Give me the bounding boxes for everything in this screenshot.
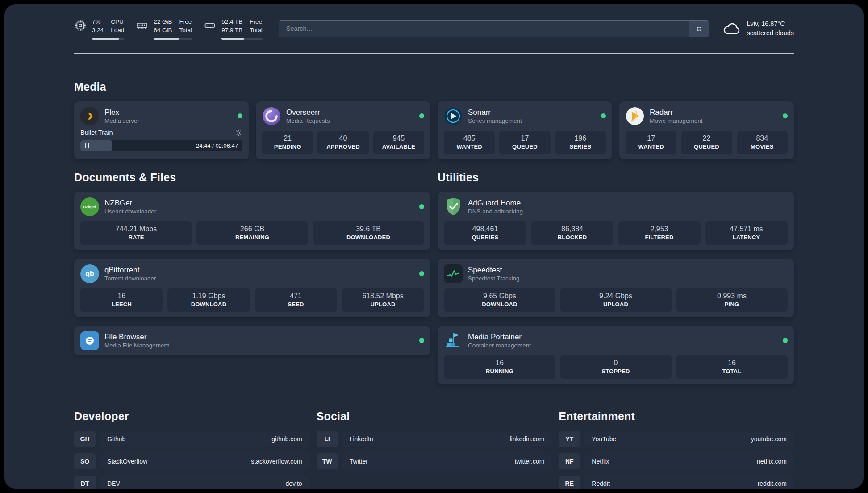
bookmark-url: linkedin.com [510,435,545,443]
bookmark-abbr[interactable]: GH [74,431,96,447]
sonarr-card[interactable]: Sonarr Series management 485 WANTED 17 Q… [438,101,612,159]
stat-label: UPLOAD [562,301,670,308]
bookmark-link[interactable]: Twitter twitter.com [342,453,552,469]
bookmark-linkedin[interactable]: LI LinkedIn linkedin.com [317,431,552,447]
stat-label: QUERIES [446,234,525,241]
playback-time: 24:44 / 02:06:47 [196,142,238,149]
bookmark-reddit[interactable]: RE Reddit reddit.com [559,476,794,489]
bookmark-link[interactable]: Github github.com [100,431,309,447]
stat-tile-download: 1.19 Gbps DOWNLOAD [167,288,250,312]
bookmark-name: YouTube [592,435,616,443]
bookmark-link[interactable]: LinkedIn linkedin.com [342,431,552,447]
nzbget-card[interactable]: nzbget NZBGet Usenet downloader 744.21 M… [74,192,430,250]
portainer-card[interactable]: Media Portainer Container management 16 … [438,326,794,384]
stat-tile-total: 16 TOTAL [676,355,788,379]
stat-value: 945 [375,134,422,142]
stat-tile-movies: 834 MOVIES [737,131,788,154]
stat-label: BLOCKED [533,234,612,241]
disk-metric: 52.4 TB 97.9 TB Free Total [204,18,263,40]
stat-label: WANTED [446,143,493,150]
bookmark-link[interactable]: StackOverflow stackoverflow.com [100,453,309,469]
stat-label: QUEUED [501,143,548,150]
stat-value: 86,384 [533,225,612,233]
developer-section: Developer GH Github github.com SO StackO… [74,410,309,489]
bookmark-github[interactable]: GH Github github.com [74,431,309,447]
pause-icon[interactable] [85,143,89,148]
qbittorrent-status-dot [419,271,424,276]
bookmark-youtube[interactable]: YT YouTube youtube.com [559,431,794,447]
qbittorrent-card[interactable]: qb qBittorrent Torrent downloader 16 LEE… [74,259,430,317]
speedtest-card[interactable]: Speedtest Speedtest Tracking 9.65 Gbps D… [438,259,794,317]
nzbget-status-dot [419,204,424,209]
plex-player-widget: Bullet Train 24:44 / 02:06:47 [80,129,242,151]
radarr-card[interactable]: Radarr Movie management 17 WANTED 22 QUE… [619,101,794,159]
filebrowser-icon [80,331,99,350]
plex-icon [80,107,99,125]
bookmark-abbr[interactable]: NF [559,453,580,469]
cloud-icon [722,21,741,36]
bookmark-stackoverflow[interactable]: SO StackOverflow stackoverflow.com [74,453,309,469]
bookmark-link[interactable]: YouTube youtube.com [584,431,794,447]
stat-tile-series: 196 SERIES [555,131,606,154]
qbittorrent-icon: qb [80,264,99,283]
memory-usage-bar [154,38,192,40]
weather-widget[interactable]: Lviv, 16.87°C scattered clouds [722,19,794,38]
stat-tile-downloaded: 39.6 TB DOWNLOADED [313,221,424,245]
stat-value: 17 [501,134,548,142]
bookmark-abbr[interactable]: DT [74,476,96,489]
bookmark-name: Reddit [592,480,609,487]
radarr-title: Radarr [650,108,703,117]
memory-free-value: 22 GiB [154,18,172,26]
bookmark-twitter[interactable]: TW Twitter twitter.com [317,453,552,469]
search-input[interactable] [279,21,689,37]
stat-label: APPROVED [319,143,367,150]
adguard-card[interactable]: AdGuard Home DNS and adblocking 498,461 … [438,192,794,250]
now-playing-title: Bullet Train [80,129,113,136]
bookmark-abbr[interactable]: YT [559,431,580,447]
disk-usage-bar [221,38,263,40]
bookmark-link[interactable]: Netflix netflix.com [584,453,794,469]
filebrowser-card[interactable]: File Browser Media File Management [74,326,430,355]
bookmark-dev[interactable]: DT DEV dev.to [74,476,309,489]
gear-icon[interactable] [235,129,242,137]
entertainment-heading: Entertainment [559,410,794,423]
stat-tile-queries: 498,461 QUERIES [444,221,526,245]
qbittorrent-subtitle: Torrent downloader [104,275,156,282]
portainer-icon [444,331,463,350]
stat-tile-blocked: 86,384 BLOCKED [531,221,613,245]
bookmark-url: stackoverflow.com [251,458,302,465]
bookmark-abbr[interactable]: RE [559,476,580,489]
filebrowser-title: File Browser [104,332,169,342]
radarr-subtitle: Movie management [650,117,703,124]
plex-card[interactable]: Plex Media server Bullet Train [74,101,249,159]
playback-progress-bar[interactable]: 24:44 / 02:06:47 [80,140,242,151]
topbar: 7% 3.24 CPU Load [74,18,794,40]
portainer-status-dot [783,338,788,343]
bookmark-link[interactable]: Reddit reddit.com [584,476,794,489]
stat-tile-running: 16 RUNNING [444,355,555,379]
bookmark-url: github.com [271,435,302,443]
stat-value: 266 GB [198,225,306,233]
stat-value: 47.571 ms [707,225,786,233]
bookmark-link[interactable]: DEV dev.to [100,476,309,489]
bookmark-abbr[interactable]: SO [74,453,96,469]
speedtest-subtitle: Speedtest Tracking [468,275,520,282]
bookmark-abbr[interactable]: LI [317,431,338,447]
search-engine-button[interactable]: G [689,21,709,37]
documents-heading: Documents & Files [74,171,430,184]
entertainment-section: Entertainment YT YouTube youtube.com NF … [559,410,794,489]
stat-value: 16 [82,292,161,300]
bookmark-abbr[interactable]: TW [317,453,338,469]
stat-label: AVAILABLE [375,143,422,150]
memory-label-top: Free [179,18,192,26]
overseerr-subtitle: Media Requests [286,117,330,124]
radarr-status-dot [783,113,788,118]
sonarr-status-dot [601,113,606,118]
stat-tile-remaining: 266 GB REMAINING [196,221,308,245]
stat-label: DOWNLOAD [169,301,248,308]
portainer-title: Media Portainer [468,332,531,342]
overseerr-card[interactable]: Overseerr Media Requests 21 PENDING 40 A… [256,101,430,159]
stat-tile-queued: 17 QUEUED [499,131,550,154]
bookmark-url: reddit.com [758,480,787,487]
bookmark-netflix[interactable]: NF Netflix netflix.com [559,453,794,469]
